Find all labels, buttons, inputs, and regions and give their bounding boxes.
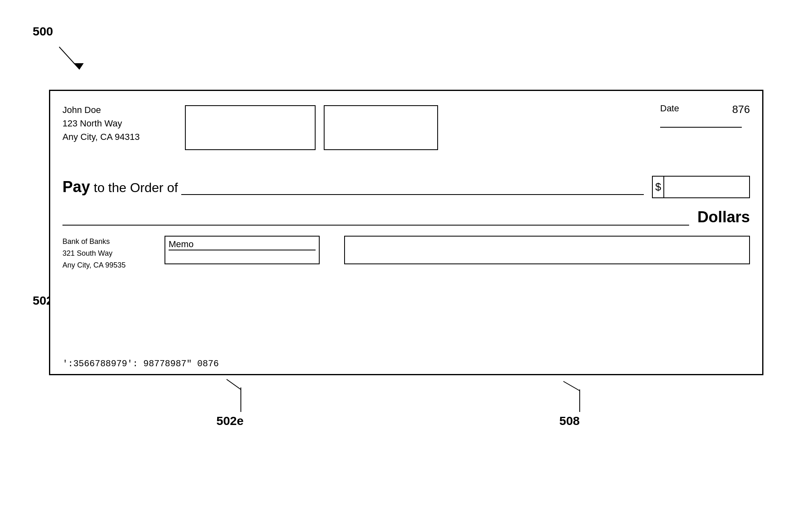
svg-line-20 — [563, 381, 580, 391]
check-address2: Any City, CA 94313 — [62, 130, 177, 144]
pay-rest: to the Order of — [90, 180, 178, 195]
label-502e: 502e — [216, 414, 244, 428]
bank-name: Bank of Banks — [62, 236, 152, 248]
name-address: John Doe 123 North Way Any City, CA 9431… — [62, 103, 177, 144]
svg-line-0 — [59, 47, 80, 69]
date-area: Date — [660, 103, 742, 128]
memo-label: Memo — [169, 239, 316, 250]
diagram: 500 504 408 506 502a 502b 502c 502d 502e… — [0, 0, 812, 509]
label-508: 508 — [559, 414, 580, 428]
dollars-label: Dollars — [697, 208, 750, 226]
box-506[interactable] — [324, 105, 438, 150]
check-address1: 123 North Way — [62, 117, 177, 130]
bank-address2: Any City, CA 99535 — [62, 259, 152, 271]
check-row1: John Doe 123 North Way Any City, CA 9431… — [62, 103, 750, 164]
box-504[interactable] — [185, 105, 316, 150]
label-500: 500 — [33, 24, 53, 38]
date-label: Date — [660, 103, 679, 114]
micr-line: ':3566788979': 98778987" 0876 — [62, 359, 219, 369]
written-amount-field[interactable] — [62, 209, 689, 226]
payee-field[interactable] — [181, 179, 644, 195]
pay-bold: Pay — [62, 178, 90, 195]
svg-marker-1 — [73, 63, 84, 69]
svg-line-18 — [227, 379, 241, 389]
check-inner: 876 John Doe 123 North Way Any City, CA … — [50, 91, 762, 374]
memo-box[interactable]: Memo — [165, 236, 320, 264]
amount-box: $ — [652, 176, 750, 198]
check-row3: Dollars — [62, 206, 750, 228]
check-name: John Doe — [62, 103, 177, 117]
signature-field[interactable] — [344, 236, 750, 264]
bank-info: Bank of Banks 321 South Way Any City, CA… — [62, 236, 152, 271]
check-row4: Bank of Banks 321 South Way Any City, CA… — [62, 236, 750, 271]
check-row2: Pay to the Order of $ — [62, 173, 750, 201]
bank-address1: 321 South Way — [62, 248, 152, 259]
pay-label: Pay to the Order of — [62, 178, 178, 196]
check: 876 John Doe 123 North Way Any City, CA … — [49, 90, 763, 375]
check-number: 876 — [732, 103, 750, 116]
date-field[interactable] — [660, 115, 742, 128]
dollar-sign: $ — [653, 177, 664, 197]
